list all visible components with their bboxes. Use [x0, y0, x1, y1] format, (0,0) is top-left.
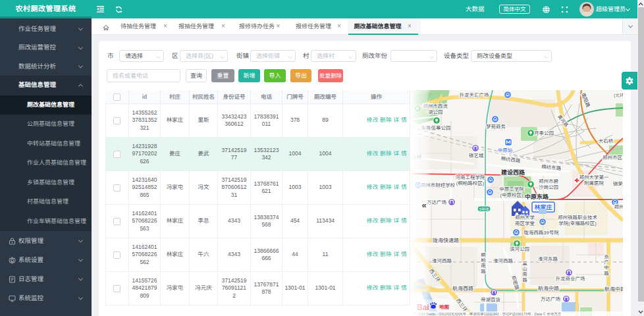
svg-text:锦荣广: 锦荣广	[613, 181, 623, 187]
svg-text:月季公园: 月季公园	[534, 130, 554, 136]
svg-text:郑州市区: 郑州市区	[603, 155, 622, 161]
svg-text:中原东路: 中原东路	[525, 194, 549, 200]
svg-text:锦艺城: 锦艺城	[469, 153, 484, 159]
svg-text:陇海西路39号院: 陇海西路39号院	[523, 230, 559, 236]
svg-text:升龙商业广场: 升龙商业广场	[556, 276, 585, 282]
svg-text:5号线: 5号线	[479, 207, 489, 211]
svg-text:淮河东路: 淮河东路	[538, 256, 558, 262]
svg-text:郑州铁路职业技术: 郑州铁路职业技术	[558, 215, 597, 221]
svg-text:郑州市碧: 郑州市碧	[539, 178, 558, 184]
svg-text:郑州大学: 郑州大学	[515, 215, 535, 221]
svg-text:航海中路: 航海中路	[604, 286, 623, 292]
svg-text:«: «	[421, 200, 426, 210]
svg-text:万达广场: 万达广场	[541, 296, 560, 302]
svg-text:嵩山南路: 嵩山南路	[522, 261, 527, 283]
svg-text:中原站: 中原站	[498, 147, 513, 153]
svg-text:中原工学院: 中原工学院	[499, 186, 524, 192]
svg-text:淮河西路: 淮河西路	[432, 258, 452, 264]
svg-text:京广中路: 京广中路	[604, 254, 609, 276]
svg-text:桐柏南路: 桐柏南路	[481, 252, 486, 275]
svg-text:(中原校区): (中原校区)	[500, 192, 523, 198]
svg-text:附属医院: 附属医院	[584, 180, 604, 186]
svg-text:郑州: 郑州	[614, 204, 624, 210]
svg-text:南区学堂: 南区学堂	[515, 221, 535, 226]
svg-text:地图: 地图	[439, 304, 449, 310]
svg-text:(桐柏路校区): (桐柏路校区)	[456, 180, 485, 186]
svg-text:淮河西路: 淮河西路	[493, 258, 513, 264]
svg-text:梦苑商务: 梦苑商务	[486, 124, 506, 130]
svg-text:河南工程学院: 河南工程学院	[456, 174, 485, 180]
svg-text:大石桥: 大石桥	[599, 138, 614, 144]
svg-text:航海西路: 航海西路	[452, 286, 473, 292]
svg-text:帝湖百货: 帝湖百货	[481, 297, 500, 303]
svg-text:(北环): (北环)	[614, 93, 623, 98]
svg-text:建设西路: 建设西路	[501, 169, 525, 176]
svg-text:郑州大学第一: 郑州大学第一	[579, 174, 609, 180]
svg-text:沙岗公园: 沙岗公园	[539, 184, 558, 190]
svg-text:© 2024 Baidu - GS(2023)3206号 -: © 2024 Baidu - GS(2023)3206号 - 甲测资字11111…	[414, 312, 562, 316]
svg-text:升龙天汇广场: 升龙天汇广场	[460, 92, 489, 98]
svg-text:陇海快速路: 陇海快速路	[433, 238, 459, 244]
svg-text:学院(幸福路校区): 学院(幸福路校区)	[558, 221, 597, 226]
svg-text:航海中路: 航海中路	[538, 286, 559, 292]
svg-text:滨河公园: 滨河公园	[510, 246, 529, 252]
